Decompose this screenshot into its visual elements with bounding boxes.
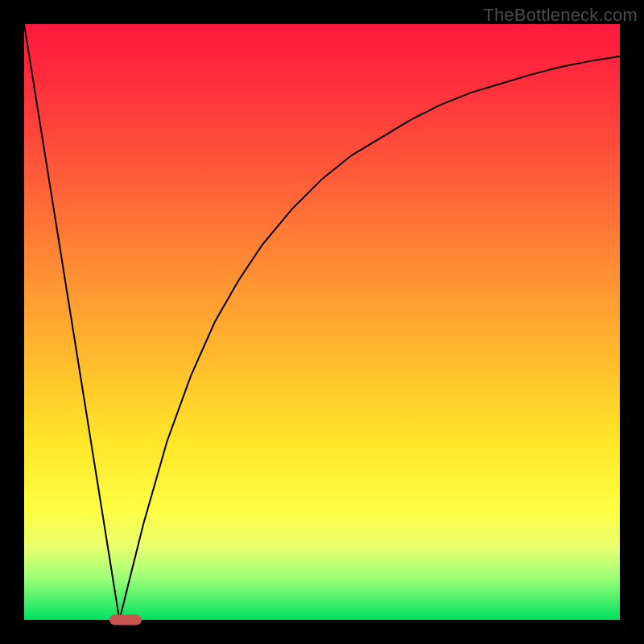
curve-left-branch (24, 24, 119, 620)
watermark-text: TheBottleneck.com (483, 5, 638, 26)
optimal-marker (109, 615, 142, 625)
curve-right-branch (119, 56, 620, 620)
chart-plot-area (24, 24, 620, 620)
chart-frame: TheBottleneck.com (0, 0, 644, 644)
chart-curves-svg (24, 24, 620, 620)
